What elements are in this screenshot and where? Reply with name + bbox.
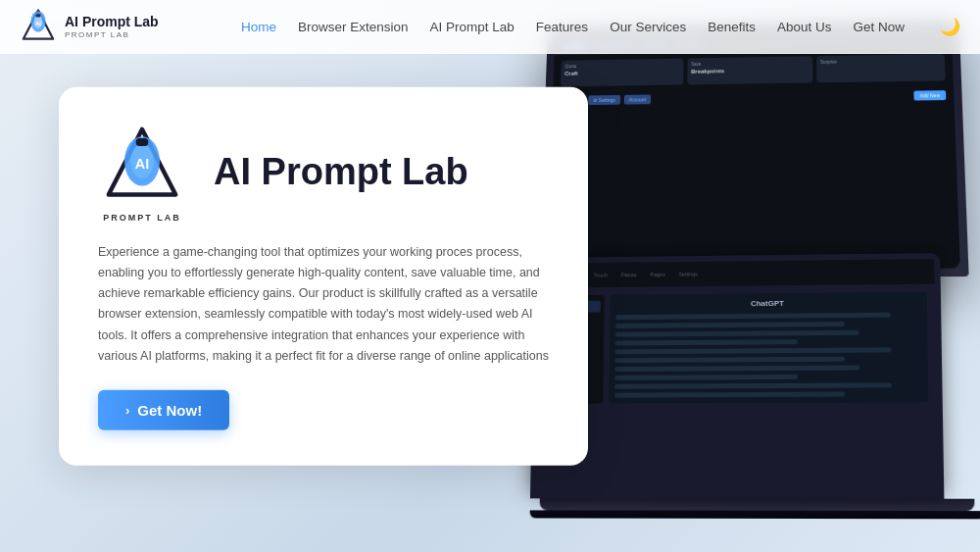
- svg-line-9: [588, 147, 784, 196]
- svg-point-15: [732, 487, 738, 493]
- nav-item-browser-extension[interactable]: Browser Extension: [298, 18, 409, 35]
- dark-mode-toggle[interactable]: 🌙: [926, 17, 960, 37]
- hero-logo: AI PROMPT LAB: [98, 122, 186, 222]
- get-now-button[interactable]: › Get Now!: [98, 390, 229, 430]
- svg-line-8: [588, 147, 882, 294]
- hero-card: AI PROMPT LAB AI Prompt Lab Experience a…: [59, 86, 588, 466]
- nav-link-about-us[interactable]: About Us: [777, 20, 832, 34]
- svg-point-17: [781, 193, 787, 199]
- svg-point-19: [928, 144, 934, 150]
- nav-item-our-services[interactable]: Our Services: [610, 18, 686, 35]
- nav-links: Home Browser Extension AI Prompt Lab Fea…: [241, 17, 960, 37]
- nav-link-our-services[interactable]: Our Services: [610, 20, 686, 34]
- nav-link-features[interactable]: Features: [536, 20, 588, 34]
- svg-line-5: [637, 441, 735, 490]
- nav-link-benefits[interactable]: Benefits: [708, 20, 756, 34]
- svg-line-4: [784, 196, 882, 392]
- svg-line-12: [784, 147, 931, 196]
- logo: AI AI Prompt Lab PROMPT LAB: [20, 8, 159, 45]
- nav-item-about-us[interactable]: About Us: [777, 18, 832, 35]
- svg-point-16: [634, 438, 640, 444]
- svg-line-11: [882, 147, 931, 294]
- hero-top: AI PROMPT LAB AI Prompt Lab: [98, 122, 549, 222]
- svg-text:AI: AI: [135, 156, 149, 172]
- dark-mode-icon[interactable]: 🌙: [940, 18, 960, 36]
- svg-text:AI: AI: [35, 21, 41, 26]
- hero-description: Experience a game-changing tool that opt…: [98, 241, 549, 367]
- site-name: AI Prompt Lab: [65, 14, 159, 30]
- hero-logo-icon: AI: [98, 122, 186, 210]
- svg-line-7: [784, 196, 882, 294]
- svg-point-14: [879, 389, 885, 395]
- svg-rect-24: [35, 14, 40, 17]
- nav-item-benefits[interactable]: Benefits: [708, 18, 756, 35]
- logo-subtext: PROMPT LAB: [65, 30, 159, 39]
- svg-rect-29: [136, 137, 149, 145]
- svg-line-3: [735, 392, 882, 490]
- nav-link-home[interactable]: Home: [241, 20, 276, 34]
- svg-line-6: [637, 196, 784, 441]
- hero-title: AI Prompt Lab: [214, 151, 468, 192]
- nav-item-home[interactable]: Home: [241, 18, 276, 35]
- nav-item-ai-prompt-lab[interactable]: AI Prompt Lab: [430, 18, 514, 35]
- chevron-right-icon: ›: [125, 403, 129, 418]
- logo-icon: AI: [20, 8, 57, 45]
- hero-logo-label: PROMPT LAB: [103, 212, 181, 222]
- get-now-label: Get Now!: [137, 402, 202, 419]
- nav-item-get-now[interactable]: Get Now: [853, 18, 905, 35]
- logo-text-area: AI Prompt Lab PROMPT LAB: [65, 14, 159, 39]
- nav-link-get-now[interactable]: Get Now: [853, 20, 905, 34]
- nav-link-ai-prompt-lab[interactable]: AI Prompt Lab: [430, 20, 514, 34]
- nav-link-browser-extension[interactable]: Browser Extension: [298, 20, 409, 34]
- navbar: AI AI Prompt Lab PROMPT LAB Home Browser…: [0, 0, 980, 54]
- svg-point-20: [879, 291, 885, 297]
- nav-item-features[interactable]: Features: [536, 18, 588, 35]
